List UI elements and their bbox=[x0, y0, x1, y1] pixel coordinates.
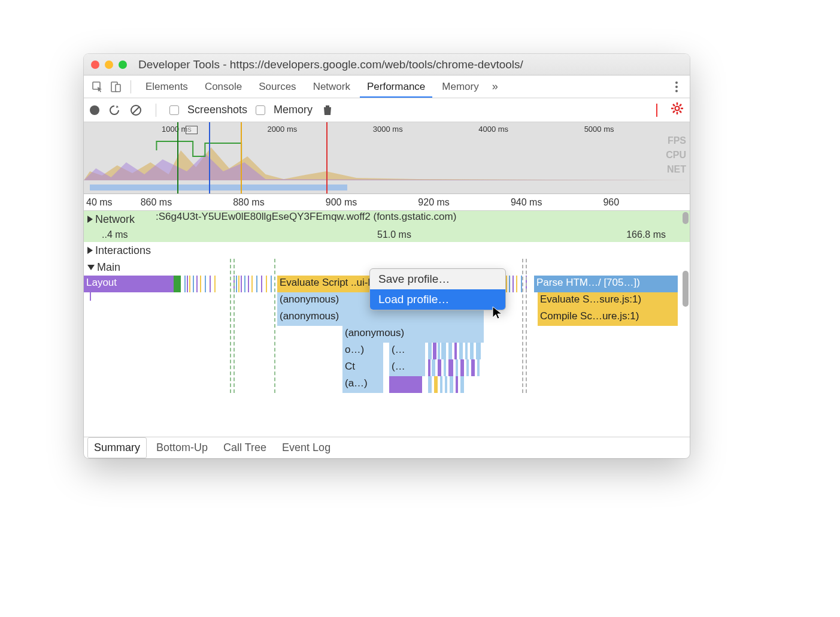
record-button[interactable] bbox=[90, 105, 99, 115]
svg-line-11 bbox=[680, 111, 681, 113]
svg-line-4 bbox=[132, 107, 140, 114]
tab-sources[interactable]: Sources bbox=[251, 76, 303, 98]
svg-point-5 bbox=[675, 107, 680, 111]
traffic-lights bbox=[91, 61, 127, 69]
flame-stripe[interactable] bbox=[174, 276, 181, 292]
scrollbar-thumb[interactable] bbox=[683, 271, 689, 307]
flame-o[interactable]: o…) bbox=[342, 343, 383, 359]
tab-memory[interactable]: Memory bbox=[435, 76, 486, 98]
scrollbar-thumb[interactable] bbox=[683, 212, 689, 224]
guide-line bbox=[522, 259, 523, 393]
interactions-lane-header[interactable]: Interactions bbox=[84, 244, 156, 257]
device-toolbar-icon[interactable] bbox=[108, 79, 123, 95]
flame-stripes[interactable] bbox=[233, 276, 275, 292]
more-tabs-icon[interactable]: » bbox=[489, 80, 502, 93]
screenshots-checkbox[interactable] bbox=[169, 105, 179, 115]
svg-line-13 bbox=[680, 104, 681, 106]
interactions-label: Interactions bbox=[95, 244, 151, 257]
trash-icon[interactable] bbox=[321, 104, 334, 117]
overview-tick: 5000 ms bbox=[584, 125, 690, 134]
panel-tabs: Elements Console Sources Network Perform… bbox=[84, 75, 690, 98]
overview-timeline[interactable]: 1000 ms 2000 ms 3000 ms 4000 ms 5000 ms … bbox=[84, 122, 690, 194]
tab-event-log[interactable]: Event Log bbox=[276, 438, 336, 458]
ruler-tick: 40 ms bbox=[84, 197, 135, 208]
flame-tick bbox=[90, 292, 91, 301]
flame-stripes[interactable] bbox=[428, 343, 483, 359]
marker-green bbox=[177, 122, 178, 193]
main-label: Main bbox=[97, 261, 120, 274]
expand-icon[interactable] bbox=[87, 216, 93, 223]
svg-line-12 bbox=[673, 111, 675, 113]
menu-save-profile[interactable]: Save profile… bbox=[370, 269, 505, 289]
flame-ct[interactable]: Ct bbox=[342, 359, 383, 376]
flame-stripes[interactable] bbox=[428, 376, 483, 393]
memory-label: Memory bbox=[274, 104, 313, 116]
tab-console[interactable]: Console bbox=[198, 76, 249, 98]
tab-call-tree[interactable]: Call Tree bbox=[217, 438, 272, 458]
ruler-tick: 860 ms bbox=[135, 197, 228, 208]
main-lane-header[interactable]: Main bbox=[84, 261, 156, 274]
flame-parse-html[interactable]: Parse HTM…/ [705…]) bbox=[534, 276, 678, 292]
flame-anon3[interactable]: (anonymous) bbox=[342, 326, 484, 343]
tab-elements[interactable]: Elements bbox=[138, 76, 195, 98]
window-title: Developer Tools - https://developers.goo… bbox=[138, 58, 523, 71]
flame-stripe[interactable] bbox=[156, 276, 174, 292]
ruler-tick: 960 bbox=[597, 197, 690, 208]
tab-bottom-up[interactable]: Bottom-Up bbox=[150, 438, 214, 458]
clear-icon[interactable] bbox=[129, 104, 142, 117]
ruler-tick: 900 ms bbox=[320, 197, 413, 208]
overview-net-bar bbox=[90, 185, 347, 190]
collapse-icon[interactable] bbox=[87, 265, 95, 270]
flame-stripes[interactable] bbox=[503, 276, 533, 292]
flame-chart-area[interactable]: Network :S6g4U3t-Y5UEw0lE80llgEseQY3FEmq… bbox=[84, 211, 690, 437]
marker-red bbox=[326, 122, 327, 193]
network-request[interactable]: :S6g4U3t-Y5UEw0lE80llgEseQY3FEmqw.woff2 … bbox=[156, 211, 690, 223]
frames-right: 166.8 ms bbox=[626, 229, 690, 240]
detail-ruler[interactable]: 40 ms 860 ms 880 ms 900 ms 920 ms 940 ms… bbox=[84, 194, 690, 211]
memory-checkbox[interactable] bbox=[256, 105, 265, 115]
flame-layout[interactable]: Layout bbox=[84, 276, 156, 292]
frames-left: ..4 ms bbox=[102, 229, 156, 240]
minimize-button[interactable] bbox=[105, 61, 113, 69]
flame-stripes[interactable] bbox=[184, 276, 220, 292]
expand-icon[interactable] bbox=[87, 247, 93, 254]
separator bbox=[131, 80, 131, 93]
tab-performance[interactable]: Performance bbox=[360, 76, 432, 98]
kebab-menu-icon[interactable] bbox=[669, 81, 684, 92]
screenshots-label: Screenshots bbox=[187, 104, 247, 116]
network-lane-header[interactable]: Network bbox=[84, 213, 156, 226]
ruler-tick: 880 ms bbox=[227, 197, 320, 208]
context-menu: Save profile… Load profile… bbox=[369, 268, 506, 310]
summary-tabs: Summary Bottom-Up Call Tree Event Log bbox=[84, 437, 690, 458]
settings-gear-icon[interactable] bbox=[671, 102, 684, 118]
maximize-button[interactable] bbox=[119, 61, 127, 69]
tab-summary[interactable]: Summary bbox=[87, 437, 147, 458]
overview-tick: 4000 ms bbox=[478, 125, 584, 134]
devtools-window: Developer Tools - https://developers.goo… bbox=[84, 54, 690, 458]
frames-mid: 51.0 ms bbox=[377, 229, 411, 240]
flame-anon2[interactable]: (anonymous) bbox=[277, 309, 484, 326]
flame-paren1[interactable]: (… bbox=[389, 343, 425, 359]
warning-divider bbox=[656, 104, 657, 117]
overview-ticks: 1000 ms 2000 ms 3000 ms 4000 ms 5000 ms bbox=[84, 125, 690, 134]
titlebar: Developer Tools - https://developers.goo… bbox=[84, 54, 690, 75]
network-lane[interactable]: Network :S6g4U3t-Y5UEw0lE80llgEseQY3FEmq… bbox=[84, 211, 690, 228]
guide-line bbox=[230, 259, 231, 393]
reload-icon[interactable] bbox=[108, 104, 121, 117]
interactions-lane[interactable]: Interactions bbox=[84, 242, 690, 259]
flame-compile[interactable]: Compile Sc…ure.js:1) bbox=[538, 309, 678, 326]
svg-line-10 bbox=[673, 104, 675, 106]
tab-network[interactable]: Network bbox=[306, 76, 357, 98]
marker-blue bbox=[209, 122, 210, 193]
frames-lane[interactable]: ..4 ms 51.0 ms 166.8 ms bbox=[84, 228, 690, 242]
flame-eval-s2[interactable]: Evaluate S…sure.js:1) bbox=[538, 292, 678, 309]
svg-rect-2 bbox=[116, 84, 120, 92]
flame-purple[interactable] bbox=[389, 376, 422, 393]
menu-load-profile[interactable]: Load profile… bbox=[370, 289, 505, 310]
flame-stripes[interactable] bbox=[428, 359, 483, 376]
flame-a[interactable]: (a…) bbox=[342, 376, 383, 393]
flame-paren2[interactable]: (… bbox=[389, 359, 425, 376]
inspect-icon[interactable] bbox=[90, 79, 105, 95]
overview-selection[interactable] bbox=[186, 126, 198, 134]
close-button[interactable] bbox=[91, 61, 99, 69]
